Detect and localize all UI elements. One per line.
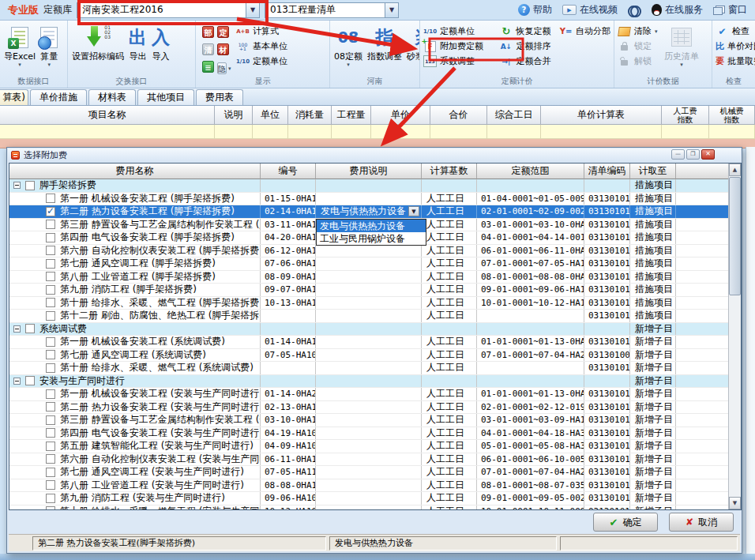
grid-column-header[interactable]: 说明 (215, 106, 253, 125)
check-button[interactable]: 检查 (714, 24, 755, 39)
row-checkbox[interactable] (46, 454, 55, 464)
fee-column-header[interactable]: 清单编码 (584, 163, 630, 179)
fee-row[interactable]: 第十册 给排水、采暖、燃气工程 (安装与生产同时进行10-12-HA10人工工日… (9, 506, 730, 510)
fee-column-header[interactable]: 费用说明 (316, 163, 422, 179)
row-checkbox[interactable] (46, 220, 55, 229)
fee-row[interactable]: 第十册 给排水、采暖、燃气工程 (脚手架搭拆费)10-13-0HA1人工工日10… (9, 297, 730, 310)
main-grid-empty-row[interactable] (0, 125, 755, 139)
fee-row[interactable]: 第八册 工业管道工程 (脚手架搭拆费)08-09-0HA1人工工日08-01-0… (9, 271, 730, 284)
quota-unit-button-2[interactable]: 定额单位 (422, 24, 498, 39)
tab-unit-price-measures[interactable]: 单价措施 (30, 89, 87, 105)
lock-button[interactable]: 锁定 (616, 39, 662, 54)
chevron-down-icon[interactable] (385, 3, 398, 17)
row-checkbox[interactable] (46, 298, 55, 307)
collapse-icon[interactable] (13, 182, 21, 189)
grid-column-header[interactable]: 项目名称 (0, 106, 215, 125)
fee-row[interactable]: 第二册 热力设备安装工程 (脚手架搭拆费)02-14-0HA1发电与供热热力设备… (9, 205, 730, 219)
row-checkbox[interactable] (46, 337, 55, 347)
bill-standard-select[interactable]: 013工程量清单 (265, 2, 399, 18)
grid-column-header[interactable]: 消耗量 (288, 106, 332, 125)
search-button[interactable] (628, 6, 641, 14)
batch-fee-button[interactable]: 要批量取费 (714, 54, 755, 69)
collapse-icon[interactable] (13, 378, 21, 385)
base-unit-button[interactable]: 基本单位 (235, 39, 289, 54)
combo-option[interactable]: 工业与民用锅炉设备 (317, 232, 426, 245)
minimize-button[interactable] (671, 149, 685, 160)
vertical-scrollbar[interactable] (728, 163, 741, 509)
row-checkbox[interactable] (46, 415, 55, 425)
quota-unit-button[interactable]: 定额单位 (235, 54, 289, 69)
fee-group-row[interactable]: 脚手架搭拆费措施项目 (9, 179, 730, 193)
fee-row[interactable]: 第九册 消防工程 (脚手架搭拆费)09-07-0HA1人工工日09-01-000… (9, 284, 730, 297)
fee-group-row[interactable]: 安装与生产同时进行新增子目 (9, 375, 730, 389)
fee-row[interactable]: 第十册 给排水、采暖、燃气工程 (系统调试费)人工工日031301018新增子目 (9, 362, 730, 375)
tab-fee-table[interactable]: 费用表 (196, 89, 243, 105)
scrollbar-thumb[interactable] (729, 177, 741, 295)
fee-row[interactable]: 第九册 消防工程 (安装与生产同时进行)09-06-HA10人工工日09-01-… (9, 492, 730, 506)
row-checkbox[interactable] (46, 363, 55, 373)
row-checkbox[interactable] (46, 402, 55, 412)
quota-library-select[interactable]: 河南安装工程2016 (77, 2, 260, 18)
grid-column-header[interactable]: 机械费指数 (709, 106, 755, 125)
tab-material-list[interactable]: 材料表 (88, 89, 136, 105)
row-checkbox[interactable] (46, 468, 55, 477)
fee-row[interactable]: 第一册 机械设备安装工程 (安装与生产同时进行)01-14-0HA2人工工日01… (9, 388, 730, 401)
quantity-calc-button[interactable]: 算量▾ (38, 23, 60, 76)
row-checkbox[interactable] (46, 494, 55, 503)
toggle-material-button[interactable]: 材 (217, 43, 229, 55)
ok-button[interactable]: 确定 (593, 513, 658, 532)
fee-row[interactable]: 第七册 通风空调工程 (脚手架搭拆费)07-06-0HA1人工工日07-01-0… (9, 257, 730, 271)
cancel-button[interactable]: 取消 (669, 513, 734, 532)
close-button[interactable] (701, 149, 715, 160)
coefficient-adjust-button[interactable]: 系数调整 (422, 54, 498, 69)
restore-quota-button[interactable]: 恢复定额 (498, 24, 558, 39)
grid-column-header[interactable]: 综合工日 (487, 106, 541, 125)
grid-column-header[interactable]: 单位 (253, 106, 288, 125)
formula-button[interactable]: 计算式 (235, 24, 289, 39)
fee-column-header[interactable]: 计取至 (630, 163, 676, 179)
fee-column-header[interactable]: 计算基数 (422, 163, 477, 179)
row-checkbox[interactable] (46, 428, 55, 438)
index-adjust-button[interactable]: 指指数调整 (365, 23, 404, 76)
row-checkbox[interactable] (46, 194, 55, 203)
price-compare-button[interactable]: 比单价对比 (714, 39, 755, 54)
chevron-down-icon[interactable] (246, 3, 259, 17)
row-checkbox[interactable] (46, 311, 55, 321)
grid-column-header[interactable]: 单价 (371, 106, 430, 125)
grid-column-header[interactable]: 单价计算表 (541, 106, 662, 125)
row-checkbox[interactable] (46, 233, 55, 242)
export-excel-button[interactable]: 导Excel▾ (2, 23, 38, 76)
fee-row[interactable]: 第六册 自动化控制仪表安装工程 (脚手架搭拆费)06-12-0HA1人工工日06… (9, 245, 730, 258)
grid-column-header[interactable]: 合价 (430, 106, 487, 125)
list-view-button[interactable] (202, 61, 214, 73)
history-list-button[interactable]: 历史清单▾ (662, 23, 701, 76)
toggle-quota-button[interactable]: 定 (217, 26, 229, 38)
row-checkbox[interactable] (46, 389, 55, 399)
grid-column-header[interactable]: 工程量 (332, 106, 371, 125)
fee-row[interactable]: 第七册 通风空调工程 (系统调试费)07-05-HA10人工工日07-01-00… (9, 349, 730, 363)
set-bid-code-button[interactable]: 设置招标编码 (69, 23, 126, 76)
row-checkbox[interactable] (46, 246, 55, 255)
merge-quota-button[interactable]: 定额合并 (498, 54, 558, 69)
row-checkbox[interactable] (46, 350, 55, 359)
hide-button[interactable]: 隐▾ (217, 61, 230, 76)
row-checkbox[interactable] (46, 272, 55, 281)
window-button[interactable]: 窗口 (713, 3, 747, 17)
dialog-title-bar[interactable]: 选择附加费 (8, 148, 741, 162)
scroll-down-icon[interactable] (729, 497, 741, 509)
quota-08-button[interactable]: 0808定额▾ (332, 23, 365, 76)
maximize-button[interactable] (686, 149, 700, 160)
toggle-section-button[interactable]: 部 (202, 26, 214, 38)
row-checkbox[interactable] (46, 442, 55, 451)
fee-row[interactable]: 第一册 机械设备安装工程 (脚手架搭拆费)01-15-0HA1人工工日01-04… (9, 193, 730, 206)
group-checkbox[interactable] (25, 324, 35, 333)
fee-column-header[interactable]: 定额范围 (477, 163, 584, 179)
fee-row[interactable]: 第三册 静置设备与工艺金属结构制作安装工程 (安装与03-10-0HA1人工工日… (9, 414, 730, 427)
toggle-list-button[interactable]: 清 (202, 43, 214, 55)
row-checkbox[interactable] (46, 506, 55, 509)
unlock-button[interactable]: 解锁 (616, 54, 662, 69)
surcharge-quota-button[interactable]: 附加费定额 (422, 39, 498, 54)
row-checkbox[interactable] (46, 480, 55, 490)
grid-column-header[interactable]: 人工费指数 (662, 106, 709, 125)
clear-button[interactable]: 清除▾ (616, 24, 662, 39)
